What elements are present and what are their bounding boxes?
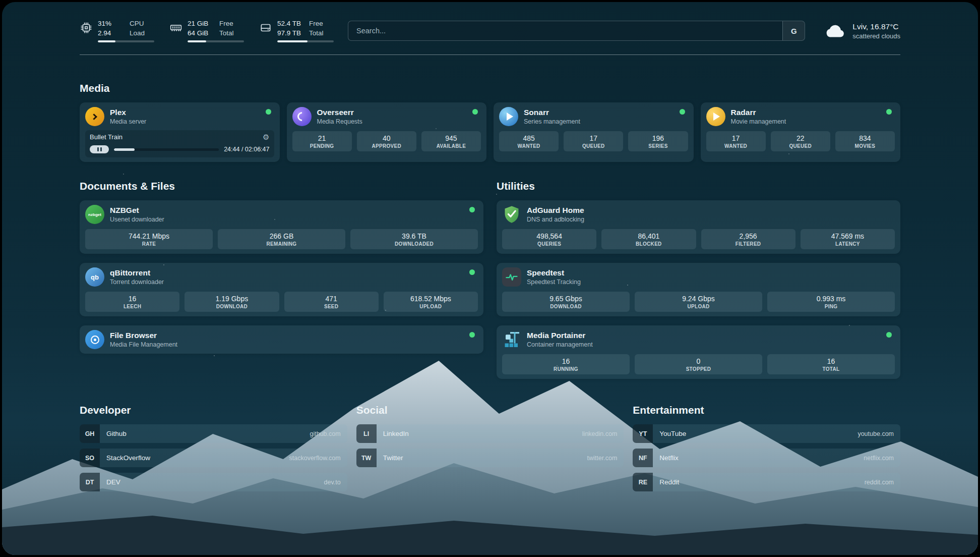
plex-icon [85, 107, 104, 126]
service-card-radarr[interactable]: Radarr Movie management 17 WANTED 22 QUE… [701, 102, 901, 162]
bookmark-linkedin[interactable]: LI LinkedIn linkedin.com [356, 424, 624, 443]
bookmark-dev[interactable]: DT DEV dev.to [80, 473, 347, 491]
bookmark-group-social: Social LI LinkedIn linkedin.com TW Twitt… [356, 404, 624, 491]
stat-wanted: 17 WANTED [706, 131, 766, 151]
bookmark-name: Github [106, 430, 127, 437]
service-name: Speedtest [527, 268, 895, 277]
service-card-adguard[interactable]: AdGuard Home DNS and adblocking 498,564 … [497, 200, 900, 254]
bookmark-abbr: RE [633, 473, 653, 491]
cpu-load-value: 2.94 [98, 29, 122, 38]
section-title-social: Social [356, 404, 624, 416]
service-name: Radarr [731, 107, 881, 117]
speedtest-icon [502, 267, 521, 287]
search-provider-button[interactable]: G [782, 21, 805, 40]
stat-available: 945 AVAILABLE [421, 131, 481, 151]
now-playing-panel: Bullet Train ⚙ 24:44 / 02:06:47 [85, 130, 274, 157]
stat-ping: 0.993 ms PING [767, 292, 895, 312]
memory-label-bottom: Total [219, 29, 244, 38]
section-title-media: Media [80, 82, 900, 94]
portainer-icon [502, 330, 521, 349]
stat-approved: 40 APPROVED [357, 131, 416, 151]
service-card-filebrowser[interactable]: File Browser Media File Management [80, 325, 483, 354]
service-description: DNS and adblocking [527, 215, 895, 224]
cpu-icon [80, 21, 93, 34]
memory-widget: 21 GiB 64 GiB Free Total [169, 19, 244, 42]
cloud-icon [823, 19, 846, 42]
bookmark-youtube[interactable]: YT YouTube youtube.com [633, 424, 900, 443]
memory-total-value: 64 GiB [188, 29, 212, 38]
bookmark-abbr: DT [80, 473, 100, 491]
service-card-portainer[interactable]: Media Portainer Container management 16 … [497, 325, 900, 379]
service-description: Speedtest Tracking [527, 278, 895, 286]
status-dot-online [680, 109, 685, 115]
service-card-sonarr[interactable]: Sonarr Series management 485 WANTED 17 Q… [494, 102, 694, 162]
memory-free-value: 21 GiB [188, 19, 212, 28]
weather-widget: Lviv, 16.87°C scattered clouds [823, 19, 900, 42]
memory-icon [169, 21, 182, 34]
service-card-overseerr[interactable]: Overseerr Media Requests 21 PENDING 40 A… [287, 102, 487, 162]
bookmark-reddit[interactable]: RE Reddit reddit.com [633, 473, 900, 491]
bookmark-url: youtube.com [858, 430, 894, 437]
service-name: Plex [110, 107, 260, 117]
stat-download: 9.65 Gbps DOWNLOAD [502, 292, 630, 312]
service-description: Series management [524, 118, 674, 126]
disk-label-bottom: Total [309, 29, 334, 38]
cpu-percent: 31% [98, 19, 122, 28]
cpu-label-bottom: Load [130, 29, 154, 38]
service-name: qBittorrent [110, 268, 464, 277]
bookmarks-area: Developer GH Github github.com SO StackO… [80, 404, 900, 507]
bookmark-stackoverflow[interactable]: SO StackOverflow stackoverflow.com [80, 449, 347, 467]
bookmark-url: stackoverflow.com [289, 455, 341, 462]
service-card-speedtest[interactable]: Speedtest Speedtest Tracking 9.65 Gbps D… [497, 263, 900, 316]
status-dot-online [469, 269, 475, 275]
bookmark-netflix[interactable]: NF Netflix netflix.com [633, 449, 900, 467]
stat-download: 1.19 Gbps DOWNLOAD [185, 292, 279, 312]
bookmark-url: linkedin.com [582, 430, 617, 437]
status-dot-online [469, 207, 475, 212]
section-title-utilities: Utilities [497, 180, 900, 192]
stat-queries: 498,564 QUERIES [502, 229, 596, 249]
weather-location: Lviv, 16.87°C [852, 22, 900, 31]
stat-wanted: 485 WANTED [499, 131, 559, 151]
status-dot-online [886, 332, 892, 338]
bookmark-group-developer: Developer GH Github github.com SO StackO… [80, 404, 347, 491]
bookmark-github[interactable]: GH Github github.com [80, 424, 347, 443]
status-dot-online [472, 109, 478, 115]
service-card-plex[interactable]: Plex Media server Bullet Train ⚙ [80, 102, 280, 162]
dashboard-screen: 31% 2.94 CPU Load [2, 2, 978, 555]
stat-upload: 9.24 Gbps UPLOAD [635, 292, 762, 312]
playback-progress-track[interactable] [114, 148, 219, 151]
service-card-nzbget[interactable]: nzbget NZBGet Usenet downloader 744.21 M… [80, 200, 483, 254]
service-card-qbittorrent[interactable]: qb qBittorrent Torrent downloader 16 LEE… [80, 263, 483, 316]
dashboard-content: 31% 2.94 CPU Load [80, 2, 900, 507]
stat-remaining: 266 GB REMAINING [218, 229, 345, 249]
cpu-label-top: CPU [130, 19, 154, 28]
stat-queued: 22 QUEUED [771, 131, 830, 151]
radarr-icon [706, 107, 725, 126]
service-description: Usenet downloader [110, 215, 464, 224]
cpu-widget: 31% 2.94 CPU Load [80, 19, 154, 42]
disk-icon [259, 21, 272, 34]
playback-time: 24:44 / 02:06:47 [224, 146, 269, 153]
stat-leech: 16 LEECH [85, 292, 179, 312]
bookmark-url: github.com [310, 430, 341, 437]
search-input[interactable] [348, 21, 805, 41]
resource-widgets: 31% 2.94 CPU Load [80, 19, 334, 42]
disk-free-value: 52.4 TB [277, 19, 302, 28]
service-name: Sonarr [524, 107, 674, 117]
disk-label-top: Free [309, 19, 334, 28]
nzbget-icon: nzbget [85, 205, 104, 224]
bookmark-name: YouTube [659, 430, 686, 437]
section-title-entertainment: Entertainment [633, 404, 900, 416]
settings-gear-icon[interactable]: ⚙ [263, 133, 269, 141]
stat-rate: 744.21 Mbps RATE [85, 229, 213, 249]
service-name: Media Portainer [527, 330, 881, 340]
status-dot-online [469, 332, 475, 338]
bookmark-twitter[interactable]: TW Twitter twitter.com [356, 449, 624, 467]
bookmark-group-entertainment: Entertainment YT YouTube youtube.com NF … [633, 404, 900, 491]
stat-total: 16 TOTAL [767, 354, 895, 374]
playback-progress-fill [114, 148, 135, 151]
pause-button[interactable] [90, 145, 109, 153]
qbittorrent-icon: qb [85, 267, 104, 287]
memory-progress-track [188, 40, 244, 42]
